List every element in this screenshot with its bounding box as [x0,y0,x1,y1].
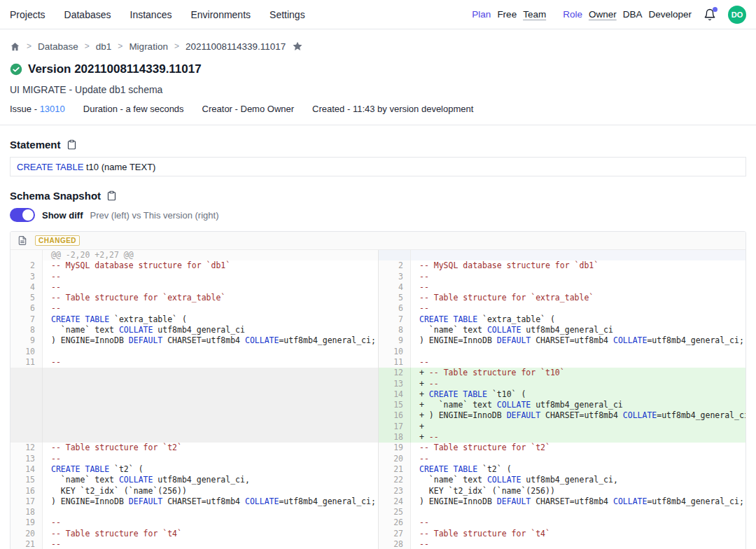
code-text: -- MySQL database structure for `db1` [411,260,746,271]
schema-diff-viewer: CHANGED @@ -2,20 +2,27 @@2-- MySQL datab… [10,231,746,549]
breadcrumb-db1[interactable]: db1 [96,41,112,52]
code-text: -- Table structure for `t2` [411,443,746,453]
diff-line: 18 [10,507,378,517]
role-owner-link[interactable]: Owner [589,9,617,20]
sql-text: t10 (name TEXT) [83,162,155,172]
code-text: -- Table structure for `t2` [43,443,378,453]
diff-line: 22 `name` text COLLATE utf8mb4_general_c… [379,475,746,485]
copy-snapshot-button[interactable] [106,190,117,201]
line-number: 26 [379,517,411,528]
diff-line: 5-- Table structure for `extra_table` [379,293,746,303]
diff-line: 16 KEY `t2_idx` (`name`(256)) [10,486,378,496]
home-icon[interactable] [10,41,20,52]
line-number: 13 [10,454,43,464]
version-header: Version 20211008114339.11017 [0,52,756,76]
nav-item-environments[interactable]: Environments [190,9,251,20]
breadcrumb-separator: > [118,41,122,51]
code-text [43,422,378,432]
meta-issue: Issue - 13010 [10,104,65,114]
diff-line: 20-- Table structure for `t4` [10,529,378,539]
clipboard-icon [106,190,117,201]
diff-line-added: 17+ [379,422,746,432]
notifications-button[interactable] [704,8,716,21]
code-text: -- MySQL database structure for `db1` [43,260,378,271]
diff-line: 4-- [379,282,746,293]
code-text: -- [411,272,746,282]
breadcrumb-version[interactable]: 20211008114339.11017 [186,41,286,52]
diff-line: 7CREATE TABLE `extra_table` ( [379,314,746,325]
meta-duration: Duration - a few seconds [83,104,184,114]
code-text: + -- [411,432,746,443]
diff-line: 3-- [379,272,746,282]
line-number: 6 [379,303,411,314]
diff-line: 11-- [379,357,746,368]
nav-item-projects[interactable]: Projects [10,9,46,20]
diff-split-view[interactable]: @@ -2,20 +2,27 @@2-- MySQL database stru… [10,250,746,549]
line-number: 3 [10,272,43,282]
clipboard-icon [66,139,77,150]
line-number: 14 [379,389,411,400]
diff-line: 9) ENGINE=InnoDB DEFAULT CHARSET=utf8mb4… [379,335,746,346]
role-label: Role [563,9,582,20]
star-icon[interactable] [292,41,303,52]
statement-code[interactable]: CREATE TABLE t10 (name TEXT) [10,157,746,176]
page-title: Version 20211008114339.11017 [28,62,202,76]
code-text: + CREATE TABLE `t10` ( [411,389,746,400]
snapshot-heading: Schema Snapshot [0,176,756,202]
diff-line-added: 18+ -- [379,432,746,443]
line-number [10,368,43,378]
line-number [10,400,43,410]
notification-dot [713,7,718,12]
diff-line: 2-- MySQL database structure for `db1` [10,260,378,271]
nav-item-instances[interactable]: Instances [130,9,172,20]
copy-statement-button[interactable] [66,139,77,150]
nav-item-databases[interactable]: Databases [64,9,111,20]
diff-line-added: 14+ CREATE TABLE `t10` ( [379,389,746,400]
line-number: 2 [379,260,411,271]
diff-pane-previous: @@ -2,20 +2,27 @@2-- MySQL database stru… [10,250,378,549]
line-number: 7 [10,314,43,325]
diff-hunk-header: @@ -2,20 +2,27 @@ [10,250,378,260]
code-text: + -- Table structure for `t10` [411,368,746,378]
code-text: -- Table structure for `t4` [43,529,378,539]
code-text: CREATE TABLE `t2` ( [411,464,746,475]
line-number: 12 [10,443,43,453]
issue-link[interactable]: 13010 [40,104,65,114]
file-icon [18,235,27,246]
version-subtitle: UI MIGRATE - Update db1 schema [0,76,756,95]
avatar[interactable]: DO [728,6,746,24]
line-number: 19 [379,443,411,453]
diff-line: 27-- Table structure for `t4` [379,529,746,539]
issue-label: Issue - [10,104,37,114]
line-number: 22 [379,475,411,485]
diff-line-placeholder [10,432,378,443]
code-text: -- [411,357,746,368]
code-text: `name` text COLLATE utf8mb4_general_ci [411,325,746,335]
role-dba: DBA [623,9,643,20]
diff-line: 10 [10,347,378,357]
breadcrumb-migration[interactable]: Migration [129,41,168,52]
code-text: -- [43,282,378,293]
nav-right-cluster: Plan Free Team Role Owner DBA Developer … [472,6,746,24]
line-number: 8 [10,325,43,335]
diff-line-added: 16+ ) ENGINE=InnoDB DEFAULT CHARSET=utf8… [379,410,746,421]
nav-item-settings[interactable]: Settings [270,9,305,20]
line-number: 17 [379,422,411,432]
code-text: -- [43,357,378,368]
show-diff-toggle[interactable] [10,208,35,222]
diff-line: 20-- [379,454,746,464]
diff-line: 8 `name` text COLLATE utf8mb4_general_ci [379,325,746,335]
diff-line: 17) ENGINE=InnoDB DEFAULT CHARSET=utf8mb… [10,496,378,507]
diff-line: 26-- [379,517,746,528]
code-text: -- Table structure for `t4` [411,529,746,539]
line-number: 11 [379,357,411,368]
line-number: 8 [379,325,411,335]
diff-line: 28-- [379,539,746,549]
diff-header: CHANGED [10,232,746,250]
code-text: KEY `t2_idx` (`name`(256)) [43,486,378,496]
code-text: -- [411,282,746,293]
breadcrumb-database[interactable]: Database [38,41,78,52]
line-number: 6 [10,303,43,314]
plan-team-link[interactable]: Team [523,9,546,20]
code-text: `name` text COLLATE utf8mb4_general_ci, [411,475,746,485]
